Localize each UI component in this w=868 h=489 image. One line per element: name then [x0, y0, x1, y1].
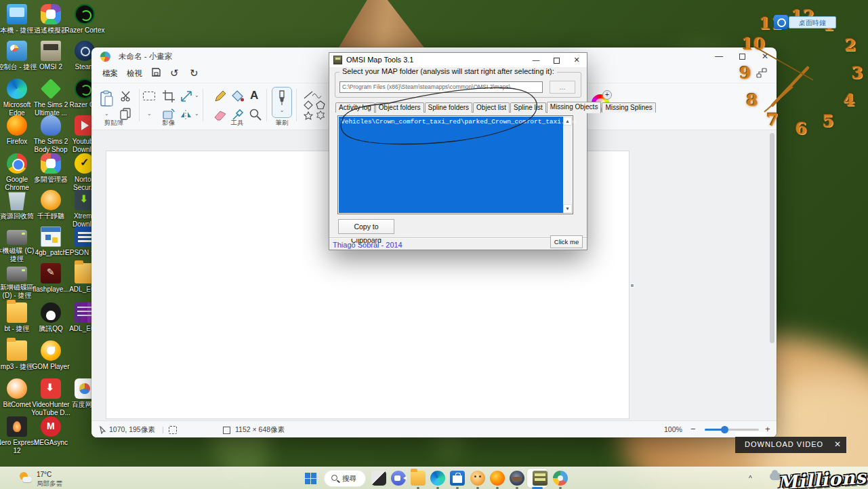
select-icon[interactable] — [143, 92, 155, 100]
redo-icon[interactable]: ↻ — [190, 67, 199, 79]
paint-statusbar: 1070, 195像素 | 1152 × 648像素 100% − + — [91, 420, 777, 437]
maximize-button[interactable] — [739, 54, 745, 60]
brushes-button[interactable]: ⌄ — [272, 87, 292, 118]
brushes-dropdown-chevron: ⌄ — [272, 109, 291, 112]
dialog-maximize-button[interactable] — [546, 53, 566, 67]
omsi-dialog-icon — [333, 56, 342, 64]
pencil-icon[interactable] — [213, 90, 227, 103]
clock-number: 8 — [742, 90, 762, 110]
menu-view[interactable]: 檢視 — [127, 69, 142, 79]
dialog-divider — [329, 237, 587, 238]
disk-icon — [7, 267, 27, 281]
tab-object-folders[interactable]: Object folders — [375, 102, 424, 113]
download-video-banner[interactable]: DOWNLOAD VIDEO ✕ — [735, 437, 846, 453]
desktop-icon-razer-cortex[interactable]: Razer Cortex — [62, 4, 107, 35]
tab-missing-splines[interactable]: Missing Splines — [602, 102, 655, 113]
videohunter-icon — [41, 378, 61, 399]
control-panel-icon — [7, 41, 27, 61]
canvas-size: 1152 × 648像素 — [235, 425, 285, 435]
search-box[interactable]: 搜尋 — [324, 470, 366, 487]
zoom-slider[interactable] — [705, 429, 759, 431]
save-icon[interactable] — [151, 67, 161, 77]
cut-icon[interactable] — [120, 90, 131, 102]
selected-rows-highlight: Vehicles\Crown_comfort_taxi_red\parked_C… — [339, 117, 563, 213]
click-me-button[interactable]: Click me — [550, 235, 583, 248]
omsi2-button[interactable] — [510, 471, 524, 486]
tab-spline-folders[interactable]: Spline folders — [425, 102, 473, 113]
minimize-button[interactable]: — — [707, 47, 730, 65]
crop-icon[interactable] — [162, 90, 175, 103]
text-tool-icon[interactable]: A — [250, 89, 264, 102]
desktop-icon-gom[interactable]: GOM Player — [28, 340, 73, 371]
recycle-bin-icon — [7, 190, 27, 210]
dialog-title: OMSI Map Tools 3.1 — [346, 56, 413, 64]
firefox-button[interactable] — [490, 471, 505, 486]
zoom-out-button[interactable]: − — [690, 424, 696, 434]
dialog-tabs: Activity log Object folders Spline folde… — [335, 102, 581, 113]
browse-button[interactable]: ... — [550, 81, 575, 94]
bodyshop-icon — [41, 115, 61, 136]
cursor-position-icon — [100, 426, 106, 434]
clock-number: 10 — [741, 34, 762, 54]
edge-button[interactable] — [430, 471, 445, 486]
search-icon — [331, 475, 337, 481]
bitcomet-icon — [7, 378, 27, 399]
clock-number: 7 — [762, 110, 783, 130]
tab-activity-log[interactable]: Activity log — [335, 102, 375, 113]
resize-dropdown-chevron[interactable]: ⌄ — [194, 92, 199, 98]
tray-chevron-icon[interactable]: ^ — [749, 475, 752, 482]
omsi-map-tools-button[interactable] — [533, 471, 547, 486]
download-video-label[interactable]: DOWNLOAD VIDEO — [745, 440, 823, 448]
vertical-scrollbar[interactable] — [770, 133, 774, 343]
list-scrollbar[interactable]: ▲ ▼ — [563, 117, 572, 213]
microsoft-store-button[interactable] — [450, 471, 465, 486]
weather-condition: 局部多雲 — [37, 480, 62, 488]
banner-close-icon[interactable]: ✕ — [834, 439, 841, 449]
dialog-minimize-button[interactable]: — — [526, 53, 546, 67]
flip-dropdown-chevron[interactable]: ⌄ — [194, 111, 199, 117]
scroll-up-arrow[interactable]: ▲ — [563, 117, 572, 125]
qq-icon — [41, 302, 61, 323]
desktop-icon-megasync[interactable]: MEGAsync — [28, 416, 73, 447]
clock-widget-icon[interactable] — [774, 15, 788, 29]
clock-number: 4 — [839, 90, 859, 110]
canvas-resize-handle[interactable] — [630, 283, 634, 288]
share-icon[interactable] — [756, 68, 767, 79]
chat-button[interactable] — [391, 471, 406, 486]
tab-spline-list[interactable]: Spline list — [510, 102, 546, 113]
fill-icon[interactable] — [231, 90, 245, 103]
missing-objects-list[interactable]: Vehicles\Crown_comfort_taxi_red\parked_C… — [337, 115, 573, 214]
dialog-titlebar[interactable]: OMSI Map Tools 3.1 — ✕ — [329, 53, 587, 67]
tab-missing-objects[interactable]: Missing Objects — [547, 102, 602, 113]
dialog-close-button[interactable]: ✕ — [566, 53, 587, 67]
start-button[interactable] — [305, 473, 316, 484]
file-explorer-button[interactable] — [411, 471, 426, 486]
menu-file[interactable]: 檔案 — [102, 69, 118, 79]
omsi-map-tools-dialog: OMSI Map Tools 3.1 — ✕ Select your MAP f… — [329, 53, 587, 250]
author-credit-link[interactable]: Thiago Sobral - 2014 — [333, 241, 402, 249]
resize-icon[interactable] — [180, 90, 193, 103]
zoom-value: 100% — [664, 425, 682, 433]
select-dropdown-chevron[interactable]: ⌄ — [147, 111, 152, 117]
tab-object-list[interactable]: Object list — [473, 102, 510, 113]
group-label-image: 影像 — [148, 119, 189, 128]
paste-icon[interactable] — [100, 90, 115, 108]
map-folder-groupbox: Select your MAP folder (analysis will st… — [335, 72, 581, 98]
toolbar-separator — [203, 89, 203, 121]
scroll-down-arrow[interactable]: ▼ — [563, 204, 572, 213]
flash-icon — [41, 263, 61, 283]
memu-icon — [41, 4, 61, 24]
canvas-size-icon — [223, 427, 230, 434]
task-view-button[interactable] — [371, 471, 386, 486]
search-label: 搜尋 — [342, 474, 356, 484]
missing-object-path: Vehicles\Crown_comfort_taxi_red\parked_C… — [341, 118, 577, 125]
firefox-icon — [7, 115, 27, 136]
map-folder-path-input[interactable]: C:\Program Files (x86)\Steam\steamapps\c… — [339, 81, 543, 93]
zoom-slider-thumb[interactable] — [721, 426, 728, 433]
paint-button[interactable] — [553, 471, 568, 486]
undo-icon[interactable]: ↺ — [170, 67, 179, 79]
copy-to-clipboard-button[interactable]: Copy to Clipboard — [338, 219, 394, 234]
game-app-button[interactable] — [470, 471, 485, 486]
paste-dropdown-chevron[interactable]: ⌄ — [104, 111, 109, 117]
patch-icon — [41, 227, 61, 247]
